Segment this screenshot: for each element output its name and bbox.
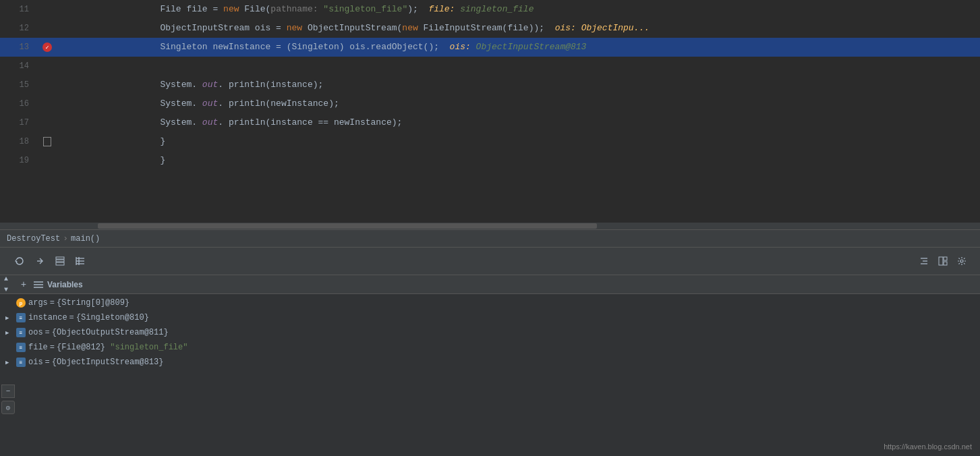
line-num-14: 14 [0,61,37,71]
var-eq-instance: = [69,313,74,322]
var-val-oos: {ObjectOutputStream@811} [52,328,169,337]
gutter-18 [37,137,57,146]
debug-toolbar [0,247,980,275]
line-num-19: 19 [0,156,37,165]
var-val-instance: {Singleton@810} [76,313,149,322]
bottom-side-buttons: − ⊙ [0,383,16,416]
var-item-oos[interactable]: ▶ ≡ oos = {ObjectOutputStream@811} [0,325,980,340]
var-icon-file: ≡ [16,343,26,352]
variable-list: p args = {String[0]@809} ▶ ≡ instance = … [0,294,980,371]
toolbar-buttons [12,254,88,268]
expand-oos[interactable]: ▶ [5,329,16,337]
var-name-instance: instance [28,313,67,322]
var-item-args[interactable]: p args = {String[0]@809} [0,295,980,310]
var-icon-args: p [16,298,26,308]
bottom-section: ▲ ▼ + Variables [0,275,980,456]
panel-side-buttons [0,248,12,275]
line-num-13: 13 [0,42,37,52]
svg-rect-3 [56,262,64,265]
var-name-oos: oos [28,328,43,337]
code-line-13: 13 ✓ Singleton newInstance = (Singleton)… [0,38,980,57]
var-item-ois[interactable]: ▶ ≡ ois = {ObjectInputStream@813} [0,355,980,370]
gutter-13: ✓ [37,42,57,52]
line-num-16: 16 [0,99,37,109]
side-panel-controls: ▲ ▼ [0,273,12,297]
var-icon-oos: ≡ [16,328,26,337]
code-line-19: 19 } [0,151,980,170]
var-icon-instance: ≡ [16,313,26,322]
var-name-file: file [28,343,48,352]
svg-point-15 [960,260,963,262]
collapse-button[interactable]: − [1,384,15,398]
expand-all-button[interactable]: ⊙ [1,401,15,414]
panel-up-button[interactable]: ▲ [1,275,11,284]
panel-title: Variables [47,280,83,289]
main-container: 11 File file = new File(pathname: "singl… [0,0,980,456]
line-num-11: 11 [0,5,37,14]
restart-button[interactable] [12,254,27,268]
variables-panel: ▲ ▼ + Variables [0,275,980,456]
line-content-19: } [57,132,973,189]
breadcrumb-method: main() [71,234,100,244]
var-eq-ois: = [45,358,50,367]
h-scrollbar[interactable] [0,223,980,229]
align-right-button[interactable] [917,254,931,268]
var-eq-args: = [50,298,55,308]
svg-rect-1 [56,257,64,259]
var-item-file[interactable]: ≡ file = {File@812} "singleton_file" [0,340,980,355]
add-variable-button[interactable]: + [18,279,30,291]
panel-header-content: + Variables [18,279,83,291]
line-num-17: 17 [0,118,37,127]
settings-button[interactable] [954,254,969,268]
svg-rect-12 [939,257,943,265]
breadcrumb-sep: › [63,233,68,244]
h-scrollbar-thumb[interactable] [98,223,597,229]
watermark: https://kaven.blog.csdn.net [884,443,972,451]
var-eq-file: = [50,343,55,352]
code-editor: 11 File file = new File(pathname: "singl… [0,0,980,223]
breadcrumb-class: DestroyTest [7,234,60,244]
line-num-15: 15 [0,80,37,90]
var-item-instance[interactable]: ▶ ≡ instance = {Singleton@810} [0,310,980,325]
step-over-button[interactable] [32,254,47,268]
table-view-button[interactable] [53,254,67,268]
var-name-ois: ois [28,358,43,367]
var-val-args: {String[0]@809} [57,298,129,308]
var-icon-ois: ≡ [16,358,26,367]
panel-header: ▲ ▼ + Variables [0,275,980,294]
breadcrumb-bar: DestroyTest › main() [0,229,980,247]
toolbar-right [917,254,969,268]
svg-rect-2 [56,260,64,262]
svg-rect-14 [944,262,947,265]
var-eq-oos: = [45,328,50,337]
var-name-args: args [28,298,48,308]
panel-down-button[interactable]: ▼ [1,285,11,295]
panel-menu-icon [34,281,43,289]
list-view-button[interactable] [73,254,88,268]
svg-rect-13 [944,257,947,260]
line-num-12: 12 [0,24,37,33]
breakpoint-icon-13: ✓ [42,42,52,52]
layout-button[interactable] [935,254,950,268]
line-num-18: 18 [0,137,37,146]
expand-instance[interactable]: ▶ [5,314,16,322]
var-val-ois: {ObjectInputStream@813} [52,358,164,367]
expand-ois[interactable]: ▶ [5,359,16,366]
var-val-file: {File@812} "singleton_file" [57,343,188,352]
bookmark-icon-18 [43,137,51,146]
